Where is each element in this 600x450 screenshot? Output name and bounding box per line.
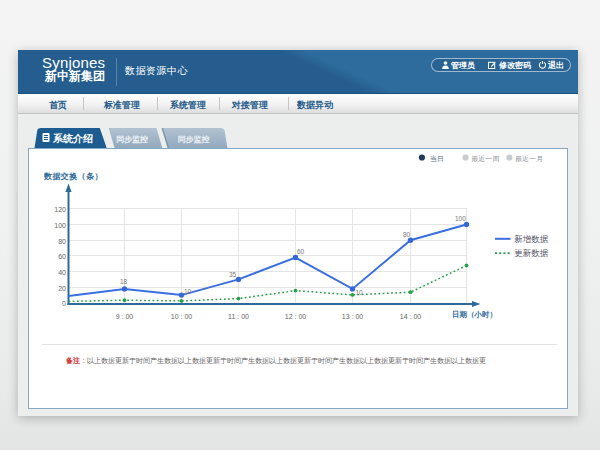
svg-text:同步监控: 同步监控 <box>178 135 210 144</box>
svg-text:系统介绍: 系统介绍 <box>52 133 93 144</box>
svg-text:同步监控: 同步监控 <box>116 135 148 144</box>
